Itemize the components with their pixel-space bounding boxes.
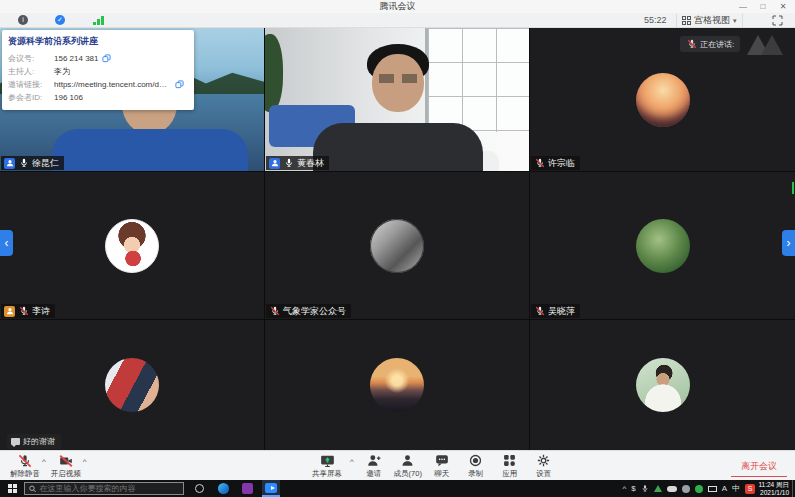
next-page-button[interactable]: › — [782, 230, 795, 256]
chevron-down-icon: ▾ — [733, 17, 737, 25]
user-tray-icon[interactable] — [682, 485, 690, 493]
video-tile[interactable]: 吴晓萍 — [530, 172, 795, 319]
chat-button[interactable]: 聊天 — [425, 451, 459, 481]
cortana-icon — [195, 484, 204, 493]
search-input[interactable] — [39, 484, 179, 493]
layout-view-button[interactable]: 宫格视图 ▾ — [676, 14, 743, 27]
taskbar-clock[interactable]: 11:24 周日 2021/1/10 — [758, 481, 789, 496]
record-button[interactable]: 录制 — [459, 451, 493, 481]
title-bar: 腾讯会议 — □ ✕ — [0, 0, 795, 13]
sogou-tray-icon[interactable]: S — [745, 484, 755, 494]
attendee-id-label: 参会者ID: — [8, 92, 54, 103]
mic-muted-icon — [534, 158, 545, 169]
video-tile[interactable] — [0, 320, 264, 450]
member-badge-icon — [269, 158, 280, 169]
share-screen-button[interactable]: 共享屏幕 — [304, 451, 350, 481]
apps-icon — [503, 454, 516, 468]
grid-view-icon — [682, 16, 691, 25]
cortana-button[interactable] — [190, 480, 208, 497]
ime-tray-icon[interactable]: 中 — [732, 483, 740, 494]
mic-muted-icon — [269, 306, 280, 317]
participant-nametag: 徐昆仁 — [1, 156, 64, 170]
participant-name: 气象学家公众号 — [283, 305, 346, 318]
video-tile[interactable] — [265, 320, 529, 450]
copy-icon[interactable] — [102, 54, 111, 63]
tencent-meeting-watermark-icon — [745, 31, 789, 57]
video-tile[interactable]: 李诗 — [0, 172, 264, 319]
share-options-chevron[interactable]: ^ — [350, 457, 354, 466]
taskbar-search[interactable] — [24, 482, 184, 495]
minimize-icon[interactable]: — — [733, 0, 753, 13]
network-signal-icon[interactable] — [93, 16, 105, 25]
invite-link-row: 邀请链接: https://meeting.tencent.com/dm/tMF… — [8, 78, 188, 91]
participant-nametag: 气象学家公众号 — [266, 304, 351, 318]
speaking-indicator: 正在讲话: — [680, 36, 740, 52]
video-tile[interactable]: 黄春林 — [265, 28, 529, 171]
avatar — [370, 358, 424, 412]
person-face — [372, 54, 424, 112]
mic-tray-icon[interactable] — [641, 484, 649, 493]
search-icon — [29, 485, 36, 493]
start-video-button[interactable]: 开启视频 — [49, 451, 83, 481]
chat-message-preview[interactable]: 好的谢谢 — [7, 434, 61, 449]
currency-tray-icon[interactable]: $ — [631, 484, 635, 493]
display-tray-icon[interactable] — [708, 486, 717, 492]
clock-date: 2021/1/10 — [758, 489, 789, 497]
member-badge-icon — [4, 306, 15, 317]
camera-off-icon — [59, 454, 73, 468]
apps-label: 应用 — [502, 469, 517, 479]
close-icon[interactable]: ✕ — [773, 0, 793, 13]
copy-icon[interactable] — [175, 80, 184, 89]
participant-name: 吴晓萍 — [548, 305, 575, 318]
video-tile[interactable] — [530, 320, 795, 450]
gear-icon — [537, 454, 550, 468]
members-icon — [401, 454, 414, 468]
invite-link-label: 邀请链接: — [8, 79, 54, 90]
edge-button[interactable] — [214, 480, 232, 497]
chat-label: 聊天 — [434, 469, 449, 479]
participant-nametag: 李诗 — [1, 304, 55, 318]
attendee-id-value: 196 106 — [54, 93, 83, 102]
previous-page-button[interactable]: ‹ — [0, 230, 13, 256]
start-video-label: 开启视频 — [51, 469, 81, 479]
record-icon — [469, 454, 482, 468]
fullscreen-button[interactable] — [772, 15, 783, 26]
system-tray: ^ $ A 中 S — [622, 480, 755, 497]
maximize-icon[interactable]: □ — [753, 0, 773, 13]
video-tile[interactable]: 气象学家公众号 — [265, 172, 529, 319]
windows-taskbar: ^ $ A 中 S 11:24 周日 2021/1/10 — [0, 480, 795, 497]
camera-options-chevron[interactable]: ^ — [83, 457, 87, 466]
invite-link-value[interactable]: https://meeting.tencent.com/dm/tMFgKWCBg… — [54, 80, 172, 89]
participant-name: 徐昆仁 — [32, 157, 59, 170]
participant-nametag: 吴晓萍 — [531, 304, 580, 318]
invite-label: 邀请 — [366, 469, 381, 479]
participant-name: 李诗 — [32, 305, 50, 318]
unmute-button[interactable]: 解除静音 — [8, 451, 42, 481]
mic-options-chevron[interactable]: ^ — [42, 457, 46, 466]
leave-meeting-button[interactable]: 离开会议 — [731, 458, 787, 477]
upload-tray-icon[interactable] — [654, 485, 662, 492]
apps-button[interactable]: 应用 — [493, 451, 527, 481]
security-icon[interactable]: ✓ — [55, 15, 65, 25]
participant-name: 许宗临 — [548, 157, 575, 170]
participant-nametag: 许宗临 — [531, 156, 580, 170]
meeting-control-bar: i ✓ 55:22 宫格视图 ▾ — [0, 13, 795, 28]
chevron-right-icon: › — [787, 236, 791, 250]
settings-button[interactable]: 设置 — [527, 451, 561, 481]
meeting-info-icon[interactable]: i — [18, 15, 28, 25]
members-button[interactable]: 成员(70) — [391, 451, 425, 481]
tencent-meeting-taskbar-button[interactable] — [262, 480, 280, 497]
language-tray-icon[interactable]: A — [722, 484, 727, 493]
office-app-button[interactable] — [238, 480, 256, 497]
attendee-id-row: 参会者ID: 196 106 — [8, 91, 188, 104]
mic-muted-icon — [686, 39, 697, 50]
video-tile[interactable]: 正在讲话: 许宗临 — [530, 28, 795, 171]
start-button[interactable] — [0, 480, 24, 497]
invite-button[interactable]: 邀请 — [357, 451, 391, 481]
mic-muted-icon — [534, 306, 545, 317]
meeting-title[interactable]: 资源科学前沿系列讲座 — [8, 35, 188, 48]
cloud-tray-icon[interactable] — [667, 486, 677, 492]
network-tray-icon[interactable] — [695, 485, 703, 493]
tray-expand-icon[interactable]: ^ — [622, 484, 626, 493]
edge-icon — [218, 483, 229, 494]
